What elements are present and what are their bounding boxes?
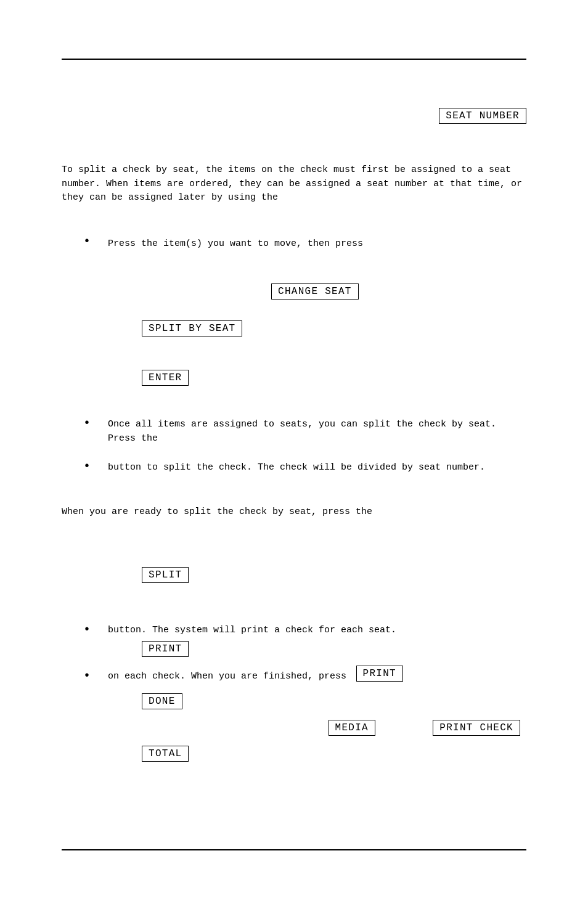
before-split-text: When you are ready to split the check by… [62,505,526,520]
bullet-3-dot: • [83,459,91,473]
split-button[interactable]: SPLIT [142,567,189,583]
done-area: DONE [142,693,182,709]
split-area: SPLIT [142,567,189,583]
bottom-rule [62,849,526,850]
bullet-4-text: button. The system will print a check fo… [108,624,526,638]
done-button[interactable]: DONE [142,693,182,709]
bullet-2-text: Once all items are assigned to seats, yo… [108,418,526,446]
change-seat-button[interactable]: CHANGE SEAT [271,283,359,300]
change-seat-area: CHANGE SEAT [271,283,359,300]
seat-number-area: SEAT NUMBER [439,108,526,124]
seat-number-button[interactable]: SEAT NUMBER [439,108,526,124]
split-by-seat-area: SPLIT BY SEAT [142,320,242,336]
content-area: SEAT NUMBER To split a check by seat, th… [62,74,526,835]
bullet-5-dot: • [83,669,91,683]
total-area: TOTAL [142,746,189,762]
bullet-3-text: button to split the check. The check wil… [108,461,526,475]
intro-text: To split a check by seat, the items on t… [62,163,526,205]
print2-area: PRINT [356,666,403,682]
total-button[interactable]: TOTAL [142,746,189,762]
enter-area: ENTER [142,370,189,386]
bullet-1-dot: • [83,234,91,248]
print1-button[interactable]: PRINT [142,641,189,657]
print-check-area: PRINT CHECK [433,720,520,736]
media-button[interactable]: MEDIA [329,720,375,736]
page-container: SEAT NUMBER To split a check by seat, th… [0,0,588,909]
top-rule [62,59,526,60]
bullet-2-dot: • [83,416,91,430]
split-by-seat-button[interactable]: SPLIT BY SEAT [142,320,242,336]
print2-button[interactable]: PRINT [356,666,403,682]
print-check-button[interactable]: PRINT CHECK [433,720,520,736]
print1-area: PRINT [142,641,189,657]
bullet-5-text: on each check. When you are finished, pr… [108,670,526,684]
enter-button[interactable]: ENTER [142,370,189,386]
bullet-1-text: Press the item(s) you want to move, then… [108,237,526,251]
media-area: MEDIA [329,720,375,736]
bullet-4-dot: • [83,622,91,637]
